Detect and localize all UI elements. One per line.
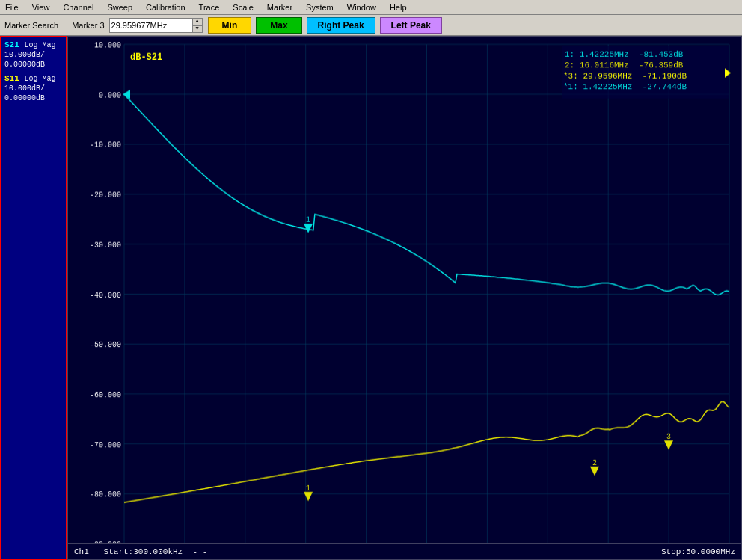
sidebar: S21 Log Mag 10.000dB/ 0.00000dB S11 Log … <box>0 36 67 560</box>
min-button[interactable]: Min <box>208 17 252 34</box>
chart-container: Ch1 Start:300.000kHz - - Stop:50.0000MHz <box>67 36 742 560</box>
menu-channel[interactable]: Channel <box>61 3 96 12</box>
trace-s21-format: Log Mag <box>24 41 55 49</box>
menu-sweep[interactable]: Sweep <box>105 3 135 12</box>
status-ch: Ch1 Start:300.000kHz - - <box>74 547 207 556</box>
status-bar: Ch1 Start:300.000kHz - - Stop:50.0000MHz <box>68 543 741 559</box>
trace-s21-scale: 10.000dB/ <box>4 50 63 60</box>
max-button[interactable]: Max <box>256 17 301 34</box>
trace-s11-format: Log Mag <box>24 75 55 83</box>
main-area: S21 Log Mag 10.000dB/ 0.00000dB S11 Log … <box>0 36 742 560</box>
right-peak-button[interactable]: Right Peak <box>307 17 375 34</box>
trace-s21: S21 Log Mag 10.000dB/ 0.00000dB <box>4 40 63 70</box>
trace-s21-ref: 0.00000dB <box>4 60 63 70</box>
menu-system[interactable]: System <box>304 3 336 12</box>
menu-help[interactable]: Help <box>387 3 409 12</box>
menu-bar: File View Channel Sweep Calibration Trac… <box>0 0 742 15</box>
spin-up[interactable]: ▲ <box>192 18 203 25</box>
marker-number-label: Marker 3 <box>72 21 104 30</box>
menu-calibration[interactable]: Calibration <box>144 3 188 12</box>
menu-file[interactable]: File <box>3 3 21 12</box>
menu-trace[interactable]: Trace <box>197 3 222 12</box>
trace-s11: S11 Log Mag 10.000dB/ 0.00000dB <box>4 74 63 103</box>
toolbar: Marker Search Marker 3 ▲ ▼ Min Max Right… <box>0 15 742 36</box>
left-peak-button[interactable]: Left Peak <box>380 17 442 34</box>
menu-window[interactable]: Window <box>345 3 378 12</box>
trace-s11-ref: 0.00000dB <box>4 93 63 103</box>
chart-canvas <box>68 37 741 559</box>
trace-s11-scale: 10.000dB/ <box>4 84 63 93</box>
trace-s21-label: S21 <box>4 40 19 49</box>
marker-value-input-wrap[interactable]: ▲ ▼ <box>109 18 203 33</box>
trace-s11-label: S11 <box>4 74 19 83</box>
marker-spinner[interactable]: ▲ ▼ <box>192 18 203 33</box>
menu-scale[interactable]: Scale <box>230 3 256 12</box>
marker-value-input[interactable] <box>110 19 192 32</box>
menu-marker[interactable]: Marker <box>265 3 295 12</box>
marker-search-label: Marker Search <box>4 21 58 30</box>
menu-view[interactable]: View <box>30 3 52 12</box>
status-stop: Stop:50.0000MHz <box>661 547 735 556</box>
spin-down[interactable]: ▼ <box>192 25 203 33</box>
